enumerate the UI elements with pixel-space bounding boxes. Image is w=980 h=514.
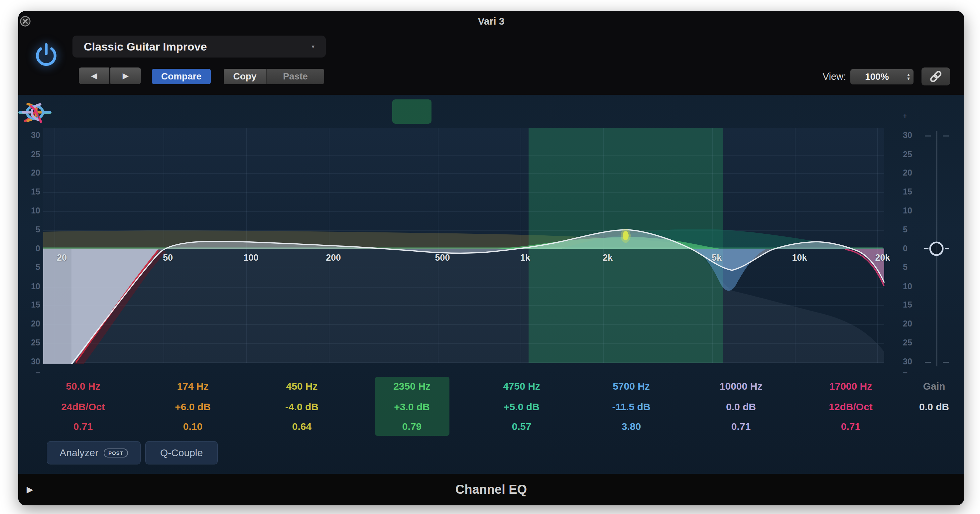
db-tick-label: 30 [18,357,41,366]
frequency-tick-label: 2k [593,253,623,263]
frequency-axis: 20501002005001k2k5k10k20k [18,253,964,265]
db-tick-label: 20 [901,168,924,178]
band-q-value[interactable]: 0.64 [262,421,342,432]
frequency-tick-label: 1k [510,253,540,263]
q-couple-button[interactable]: Q-Couple [145,441,218,465]
db-tick-label: 25 [901,338,924,347]
frequency-tick-label: 20k [868,253,897,263]
band-frequency-value[interactable]: 10000 Hz [701,381,781,392]
band-column: 450 Hz -4.0 dB 0.64 [262,381,342,437]
band-readouts: 50.0 Hz 24dB/Oct 0.71 174 Hz +6.0 dB 0.1… [18,381,964,439]
band4-control-handle[interactable] [623,231,628,240]
band-column: 17000 Hz 12dB/Oct 0.71 [811,381,891,437]
db-tick-label: 30 [901,357,924,366]
db-tick-label: 25 [901,150,924,159]
analyzer-mode-badge[interactable]: POST [104,449,128,457]
band-frequency-value[interactable]: 2350 Hz [372,381,452,392]
band-column: 50.0 Hz 24dB/Oct 0.71 [43,381,123,437]
frequency-tick-label: 10k [784,253,815,263]
frequency-tick-label: 5k [702,253,732,263]
gain-value[interactable]: 0.0 dB [894,401,964,412]
db-tick-label: 0 [18,244,41,253]
band-gain-value[interactable]: +5.0 dB [482,401,562,412]
band-frequency-value[interactable]: 50.0 Hz [43,381,123,392]
plugin-name: Channel EQ [18,474,964,505]
band-gain-value[interactable]: +3.0 dB [372,401,452,412]
band-gain-value[interactable]: +6.0 dB [153,401,233,412]
band-q-value[interactable]: 0.57 [482,421,562,432]
band-column: 4750 Hz +5.0 dB 0.57 [482,381,562,437]
band-gain-value[interactable]: 0.0 dB [701,401,781,412]
db-tick-label: 0 [901,244,924,253]
analyzer-button[interactable]: Analyzer POST [47,441,141,465]
band-q-value[interactable]: 3.80 [592,421,671,432]
frequency-tick-label: 100 [236,253,266,263]
band-column: 174 Hz +6.0 dB 0.10 [153,381,233,437]
plugin-window: Vari 3 Classic Guitar Improve ▾ ◀ ▶ Comp… [18,11,964,505]
db-tick-label: 15 [901,187,924,196]
db-tick-label: 20 [901,319,924,328]
band-gain-value[interactable]: -4.0 dB [262,401,342,412]
band-q-value[interactable]: 0.71 [43,421,123,432]
band-q-value[interactable]: 0.71 [701,421,781,432]
db-tick-label: + [18,112,41,120]
band-q-value[interactable]: 0.71 [811,421,891,432]
master-gain-slider[interactable] [924,131,949,366]
db-tick-label: 20 [18,168,41,178]
db-tick-label: + [901,112,924,120]
band-frequency-value[interactable]: 17000 Hz [811,381,891,392]
db-tick-label: 10 [901,206,924,215]
db-tick-label: 15 [18,187,41,196]
db-tick-label: 15 [18,300,41,310]
db-tick-label: − [901,368,924,377]
frequency-tick-label: 500 [428,253,457,263]
frequency-tick-label: 200 [318,253,348,263]
band-frequency-value[interactable]: 5700 Hz [592,381,671,392]
band-column: 5700 Hz -11.5 dB 3.80 [592,381,671,437]
db-tick-label: 30 [18,130,41,140]
db-tick-label: 20 [18,319,41,328]
db-tick-label: 25 [18,150,41,159]
db-tick-label: 30 [901,130,924,140]
band-column: 10000 Hz 0.0 dB 0.71 [701,381,781,437]
band-q-value[interactable]: 0.79 [372,421,452,432]
master-gain-readout: Gain 0.0 dB [894,381,964,437]
band-frequency-value[interactable]: 450 Hz [262,381,342,392]
db-tick-label: 10 [18,282,41,291]
band-column: 2350 Hz +3.0 dB 0.79 [372,381,452,437]
analyzer-label: Analyzer [59,447,99,458]
frequency-tick-label: 20 [47,253,77,263]
db-tick-label: 10 [901,282,924,291]
band-q-value[interactable]: 0.10 [153,421,233,432]
db-tick-label: 15 [901,300,924,310]
band-gain-value[interactable]: 12dB/Oct [811,401,891,412]
band-frequency-value[interactable]: 4750 Hz [482,381,562,392]
gain-label: Gain [894,381,964,392]
band-gain-value[interactable]: 24dB/Oct [43,401,123,412]
db-tick-label: 5 [18,225,41,234]
db-tick-label: − [18,368,41,377]
band-frequency-value[interactable]: 174 Hz [153,381,233,392]
frequency-tick-label: 50 [153,253,183,263]
db-tick-label: 25 [18,338,41,347]
db-tick-label: 5 [901,225,924,234]
db-tick-label: 10 [18,206,41,215]
band-gain-value[interactable]: -11.5 dB [592,401,671,412]
